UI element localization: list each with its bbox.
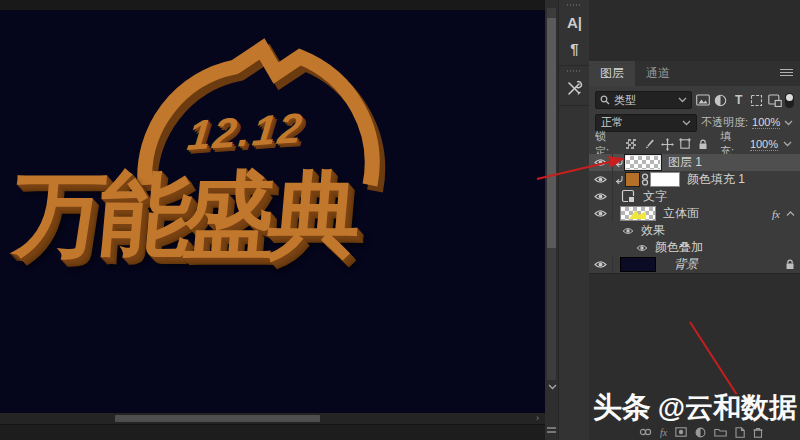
layer-style-icon[interactable]: fx [660, 427, 667, 438]
paragraph-panel-icon[interactable]: ¶ [559, 35, 590, 61]
filter-type-layers-icon[interactable]: T [731, 92, 746, 108]
visibility-eye-icon[interactable] [589, 205, 613, 222]
resize-grip-icon[interactable] [547, 427, 556, 433]
photoshop-workspace: 12.12 万能盛典 › A| ¶ [0, 0, 800, 440]
filter-adjustment-layers-icon[interactable] [713, 92, 728, 108]
type-panels-group: A| ¶ [559, 4, 589, 66]
opacity-label: 不透明度: [701, 115, 748, 130]
effect-name[interactable]: 颜色叠加 [655, 239, 703, 256]
mask-link-icon[interactable] [641, 173, 649, 186]
layers-list: 图层 1 颜色填充 1 [589, 154, 800, 273]
lock-position-icon[interactable] [661, 138, 674, 151]
new-group-icon[interactable] [714, 427, 727, 437]
visibility-eye-icon[interactable] [589, 154, 613, 171]
effects-label[interactable]: 效果 [641, 222, 665, 239]
layer-lock-icon [785, 259, 795, 270]
lock-transparency-icon[interactable] [625, 138, 638, 151]
layer-thumbnail[interactable] [625, 155, 661, 170]
fill-color-thumbnail[interactable] [625, 172, 640, 187]
tab-layers[interactable]: 图层 [589, 61, 635, 86]
scroll-right-arrow-icon[interactable]: › [536, 413, 539, 424]
horizontal-scrollbar[interactable]: › [0, 413, 545, 424]
collapsed-panel-dock: A| ¶ [558, 0, 589, 440]
layer-mask-thumbnail[interactable] [650, 172, 680, 187]
blend-mode-row: 正常 不透明度: 100% [595, 111, 794, 134]
filter-type-select[interactable]: 类型 [595, 91, 692, 109]
layer-thumbnail[interactable] [620, 257, 656, 272]
chevron-down-icon [682, 120, 691, 126]
visibility-eye-icon[interactable] [589, 171, 613, 188]
chevron-down-icon[interactable] [783, 141, 792, 147]
panel-menu-icon[interactable] [780, 69, 793, 78]
add-mask-icon[interactable] [675, 427, 687, 437]
layers-controls: 类型 T [589, 86, 800, 154]
lock-all-icon[interactable] [697, 138, 710, 151]
lock-paint-icon[interactable] [643, 138, 656, 151]
fill-value[interactable]: 100% [750, 138, 778, 151]
lock-artboard-icon[interactable] [679, 138, 692, 151]
search-icon [600, 95, 610, 105]
document-tab-strip [0, 0, 545, 10]
vertical-scrollbar[interactable] [545, 0, 558, 440]
chevron-down-icon [678, 97, 687, 103]
layer-name[interactable]: 文字 [643, 188, 667, 205]
visibility-eye-icon[interactable] [636, 244, 648, 252]
visibility-eye-icon[interactable] [589, 188, 613, 205]
panel-dock-background [589, 0, 800, 61]
clipping-mask-arrow-icon [614, 175, 625, 185]
filter-type-value: 类型 [614, 93, 674, 108]
delete-layer-icon[interactable] [753, 427, 763, 438]
layer-name[interactable]: 立体面 [663, 205, 699, 222]
chevron-up-icon[interactable] [786, 211, 795, 217]
layer-name[interactable]: 背景 [674, 256, 698, 273]
layer-row-color-overlay[interactable]: 颜色叠加 [589, 239, 800, 256]
smart-object-icon[interactable] [621, 189, 636, 204]
layer-row-color-fill[interactable]: 颜色填充 1 [589, 171, 800, 188]
vertical-scrollbar-thumb[interactable] [547, 18, 556, 248]
visibility-eye-icon[interactable] [622, 227, 634, 235]
opacity-value[interactable]: 100% [752, 116, 780, 129]
layer-thumbnail[interactable] [620, 206, 656, 221]
layer-name[interactable]: 图层 1 [668, 154, 702, 171]
tools-panel-group [559, 70, 589, 106]
fx-badge[interactable]: fx [772, 208, 780, 220]
document-canvas[interactable]: 12.12 万能盛典 [0, 10, 545, 413]
link-layers-icon[interactable] [639, 428, 652, 436]
watermark: 头条@云和数据 [593, 388, 797, 428]
watermark-brand: 头条 [593, 391, 651, 423]
character-panel-icon[interactable]: A| [559, 9, 590, 35]
layer-row-background[interactable]: 背景 [589, 256, 800, 273]
lock-row: 锁定: [595, 134, 794, 154]
tab-channels[interactable]: 通道 [635, 61, 681, 86]
layer-row-3d-face[interactable]: 立体面 fx [589, 205, 800, 222]
new-layer-icon[interactable] [735, 427, 745, 438]
watermark-handle: @云和数据 [658, 392, 797, 423]
layers-panel: 图层 通道 类型 [589, 0, 800, 440]
filter-shape-layers-icon[interactable] [749, 92, 764, 108]
status-bar [0, 424, 545, 440]
layer-row-effects[interactable]: 效果 [589, 222, 800, 239]
adjustment-layer-icon[interactable] [695, 427, 706, 438]
dock-gripper[interactable] [567, 4, 581, 6]
layer-name[interactable]: 颜色填充 1 [687, 171, 745, 188]
vertical-scrollbar-track[interactable] [547, 8, 556, 380]
dock-gripper[interactable] [567, 70, 581, 72]
layer-row-layer1[interactable]: 图层 1 [589, 154, 800, 171]
thumbnail-content [629, 210, 646, 219]
layer-filter-row: 类型 T [595, 89, 794, 111]
filter-smart-objects-icon[interactable] [767, 92, 782, 108]
chevron-down-icon[interactable] [784, 120, 793, 126]
filter-toggle-switch[interactable] [785, 93, 794, 108]
logo-title-text: 万能盛典 [10, 166, 358, 263]
panel-tab-bar: 图层 通道 [589, 61, 800, 86]
horizontal-scrollbar-thumb[interactable] [115, 415, 320, 422]
filter-pixel-layers-icon[interactable] [695, 92, 710, 108]
clipping-mask-arrow-icon [614, 158, 625, 168]
layer-row-text-group[interactable]: 文字 [589, 188, 800, 205]
scroll-down-arrow-icon[interactable] [548, 384, 557, 390]
visibility-eye-icon[interactable] [589, 256, 613, 273]
tool-presets-icon[interactable] [559, 75, 590, 101]
blend-mode-value: 正常 [601, 115, 623, 130]
